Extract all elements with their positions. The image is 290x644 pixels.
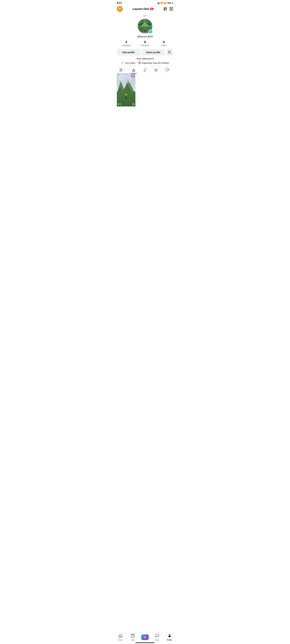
svg-rect-12 <box>170 10 173 10</box>
svg-point-44 <box>126 95 127 96</box>
likes-label: Likes <box>161 44 166 46</box>
svg-rect-7 <box>166 9 167 10</box>
supporting-link[interactable]: 💝 Supporting: Save the Children <box>138 62 169 64</box>
content-tab-bar: ▼ <box>117 67 173 74</box>
supporting-label: Supporting: Save the Children <box>142 62 169 64</box>
header-username: Lauren Deli <box>132 7 149 11</box>
grid-dropdown-arrow: ▼ <box>124 69 125 71</box>
svg-rect-37 <box>120 71 121 72</box>
followers-label: Followers <box>140 44 150 46</box>
landscape-scene <box>117 74 136 106</box>
status-bar: 8:17 📹 📶 📶 79% <box>114 0 176 5</box>
svg-rect-11 <box>170 9 173 9</box>
svg-rect-10 <box>170 8 173 8</box>
signal-icon: 📶 <box>160 2 163 4</box>
links-row: 🛒 Your orders 💝 Supporting: Save the Chi… <box>121 62 169 64</box>
photo-badge: 🏔 <box>131 74 134 77</box>
add-friend-button[interactable] <box>166 49 173 56</box>
play-count: 0 <box>118 103 121 105</box>
menu-button[interactable] <box>170 8 173 10</box>
svg-rect-46 <box>126 96 127 97</box>
action-buttons: Edit profile Share profile <box>117 49 173 56</box>
svg-rect-38 <box>122 71 122 72</box>
svg-rect-5 <box>164 10 165 10</box>
svg-rect-48 <box>126 98 127 99</box>
notification-badge[interactable]: 9+ <box>150 8 154 10</box>
profile-handle: @lauren.deli3 <box>137 35 153 38</box>
charity-heart-icon: 💝 <box>138 62 141 64</box>
green-dot <box>172 2 173 4</box>
header-center: Lauren Deli 9+ <box>132 7 154 11</box>
svg-rect-6 <box>166 9 166 10</box>
svg-rect-24 <box>144 32 145 33</box>
liked-tab[interactable] <box>162 67 173 73</box>
locked-tab[interactable] <box>128 67 140 73</box>
stats-row: 3 Following 0 Followers 0 Likes <box>117 40 173 47</box>
svg-rect-34 <box>120 70 121 70</box>
cart-icon: 🛒 <box>121 62 124 64</box>
svg-rect-35 <box>122 70 122 70</box>
svg-point-51 <box>120 76 132 83</box>
followers-count: 0 <box>136 40 154 44</box>
edit-profile-button[interactable]: Edit profile <box>117 49 140 56</box>
grid-tab-content: ▼ <box>120 68 125 72</box>
qr-code-button[interactable] <box>164 7 167 11</box>
top-header: P Lauren Deli 9+ <box>114 5 176 13</box>
svg-point-40 <box>156 70 156 70</box>
header-icons <box>164 7 173 11</box>
status-right: 📹 📶 📶 79% <box>157 2 173 4</box>
following-stat[interactable]: 3 Following <box>117 40 136 47</box>
svg-rect-47 <box>126 98 126 99</box>
following-count: 3 <box>117 40 136 44</box>
likes-stat[interactable]: 0 Likes <box>154 40 173 47</box>
bio-text: I love adventure!!!! <box>136 58 154 60</box>
svg-rect-4 <box>166 8 166 8</box>
share-profile-button[interactable]: Share profile <box>142 49 165 56</box>
svg-point-27 <box>169 51 170 52</box>
following-label: Following <box>122 44 130 46</box>
svg-rect-25 <box>145 32 146 33</box>
video-thumbnail[interactable]: 🏔 0 <box>117 74 136 106</box>
svg-rect-3 <box>164 8 165 8</box>
orders-label: Your orders <box>125 62 136 64</box>
add-avatar-button[interactable]: + <box>148 29 152 34</box>
content-grid: 🏔 0 <box>117 74 173 106</box>
svg-rect-9 <box>166 10 167 10</box>
svg-marker-52 <box>118 103 120 105</box>
pronoun: her <box>144 14 146 17</box>
lock-icon <box>132 103 134 106</box>
svg-rect-30 <box>120 68 120 69</box>
svg-rect-8 <box>166 10 166 10</box>
likes-count: 0 <box>154 40 173 44</box>
video-photo-icon: 🏔 <box>131 74 134 77</box>
play-count-number: 0 <box>120 103 121 105</box>
svg-rect-39 <box>132 70 135 72</box>
svg-rect-53 <box>132 104 134 105</box>
svg-rect-33 <box>120 70 120 70</box>
repost-tab[interactable] <box>139 67 151 73</box>
avatar-wrapper: + <box>138 18 152 34</box>
svg-rect-26 <box>138 19 152 24</box>
grid-tab[interactable]: ▼ <box>117 67 128 73</box>
profile-section: her <box>114 13 176 106</box>
bottom-spacer <box>114 106 176 120</box>
camera-status-icon: 📹 <box>157 2 160 4</box>
svg-rect-23 <box>145 30 146 32</box>
svg-rect-36 <box>120 71 120 72</box>
orders-link[interactable]: 🛒 Your orders <box>121 62 136 64</box>
svg-rect-32 <box>122 68 122 69</box>
wifi-icon: 📶 <box>164 2 166 4</box>
tagged-tab[interactable] <box>151 67 162 73</box>
video-overlay-bottom: 0 <box>118 103 134 106</box>
user-avatar-letter[interactable]: P <box>117 6 123 12</box>
svg-rect-31 <box>120 68 121 69</box>
time: 8:17 <box>117 2 122 4</box>
followers-stat[interactable]: 0 Followers <box>136 40 154 47</box>
battery-label: 79% <box>167 2 171 4</box>
svg-point-22 <box>144 28 146 30</box>
